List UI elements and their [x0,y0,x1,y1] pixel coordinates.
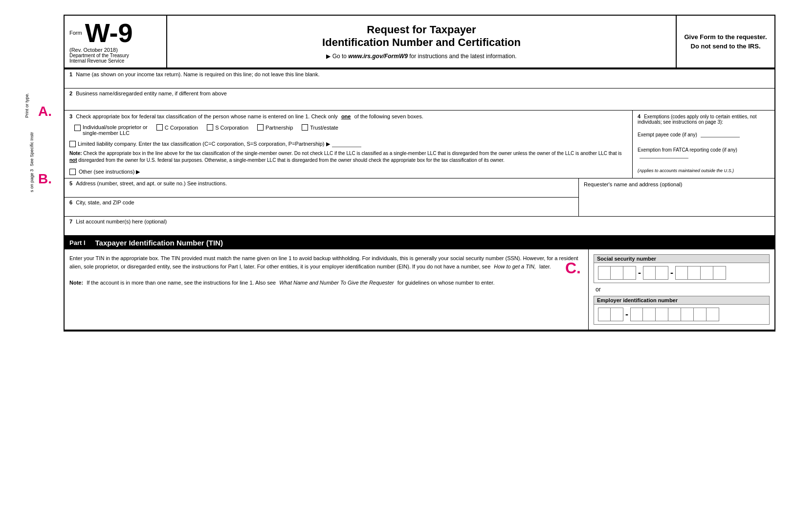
checkbox-label-ccorp: C Corporation [165,125,198,131]
part-i-right: C. Social security number [589,249,774,330]
part-i-note-text: If the account is in more than one name,… [87,280,276,286]
ssn-label-text: Social security number [597,256,656,262]
rotated-print-type: Print or type. [24,93,29,118]
other-row: Other (see instructions) ▶ [69,169,627,175]
line-5: 5 Address (number, street, and apt. or s… [65,178,578,198]
other-label: Other (see instructions) ▶ [79,169,140,175]
header-right: Give Form to the requester. Do not send … [677,16,774,67]
ssn-box-2[interactable] [611,266,623,280]
line7-label: 7 [69,219,72,224]
ssn-box-1[interactable] [598,266,611,280]
ssn-box-8[interactable] [701,266,713,280]
line7-text: List account number(s) here (optional) [76,219,167,224]
line-3-area: 3 Check appropriate box for federal tax … [65,111,774,178]
ein-label-text: Employer identification number [597,297,678,303]
ssn-box-3[interactable] [623,266,636,280]
line-3-left: 3 Check appropriate box for federal tax … [65,111,633,178]
address-lines: 5 Address (number, street, and apt. or s… [65,178,579,216]
ssn-group2 [643,266,668,280]
ein-box-3[interactable] [630,308,643,321]
ein-box-6[interactable] [668,308,681,321]
ein-box-4[interactable] [643,308,656,321]
checkbox-trust: Trust/estate [302,124,338,131]
rotated-see-specific: See Specific Instr [29,132,34,166]
line3-text: Check appropriate box for federal tax cl… [76,113,338,119]
checkbox-box-partner[interactable] [257,124,264,131]
main-form: 1 Name (as shown on your income tax retu… [64,68,775,332]
line2-label: 2 [69,90,72,96]
checkbox-box-indiv[interactable] [74,125,81,131]
ssn-box-7[interactable] [688,266,701,280]
checkbox-label-indiv: Individual/sole proprietor or single-mem… [83,124,148,136]
rev-date: (Rev. October 2018) [69,47,161,53]
header-center: Request for Taxpayer Identification Numb… [167,16,677,67]
checkbox-box-llc[interactable] [69,141,76,147]
ssn-box-6[interactable] [675,266,688,280]
line3b-input[interactable] [332,141,361,147]
header-title-line2: Identification Number and Certification [322,36,521,49]
line3-note: Note: Check the appropriate box in the l… [69,150,627,164]
part-i-header: Part I Taxpayer Identification Number (T… [65,236,774,249]
line6-label: 6 [69,200,72,205]
checkbox-scorp: S Corporation [207,124,248,131]
requester-box: Requester's name and address (optional) [579,178,774,216]
line3b-text: Limited liability company. Enter the tax… [78,141,330,147]
header: Form W-9 (Rev. October 2018) Department … [64,15,775,68]
line1-text: Name (as shown on your income tax return… [76,71,319,77]
page: Form W-9 (Rev. October 2018) Department … [0,0,795,532]
ein-dash-1: - [623,310,630,320]
goto-line: ▶ Go to www.irs.gov/FormW9 for instructi… [326,53,516,60]
rotated-on-page: s on page 3 [29,169,34,192]
goto-url: www.irs.gov/FormW9 [348,53,408,60]
part-i-body-text2: later. [539,264,551,269]
checkbox-box-other[interactable] [69,169,76,175]
part-i-note-bold: Note: [69,280,83,286]
line-1: 1 Name (as shown on your income tax retu… [65,69,774,89]
ein-label-bar: Employer identification number [594,296,770,304]
checkbox-label-partner: Partnership [265,125,293,131]
ssn-boxes-container: - - [594,263,770,283]
line-2: 2 Business name/disregarded entity name,… [65,89,774,111]
line3-label: 3 [69,113,72,119]
ein-box-5[interactable] [656,308,668,321]
annotation-a: A. [38,104,52,119]
checkbox-box-ccorp[interactable] [156,124,163,131]
fatca-label: Exemption from FATCA reporting code (if … [638,147,737,153]
line5-text: Address (number, street, and apt. or sui… [76,180,227,186]
part-i-note-text2: for guidelines on whose number to enter. [398,280,495,286]
ein-box-2[interactable] [611,308,623,321]
note-not: not [69,157,77,163]
fatca-note: (Applies to accounts maintained outside … [638,168,734,173]
ein-group2 [630,308,719,321]
checkbox-box-trust[interactable] [302,124,308,131]
or-text: or [594,286,770,293]
line2-text: Business name/disregarded entity name, i… [76,90,227,96]
note-text1: Check the appropriate box in the line ab… [83,151,621,156]
ein-box-9[interactable] [707,308,719,321]
ein-box-7[interactable] [681,308,694,321]
annotation-b: B. [38,171,52,187]
ein-box-1[interactable] [598,308,611,321]
part-i-note-italic: What Name and Number To Give the Request… [279,280,394,286]
ssn-box-9[interactable] [713,266,726,280]
ssn-label-bar: Social security number [594,254,770,263]
part-i-body: Enter your TIN in the appropriate box. T… [65,249,774,330]
checkbox-box-scorp[interactable] [207,124,213,131]
irs: Internal Revenue Service [69,58,161,64]
ssn-dash-2: - [668,268,675,278]
line-7: 7 List account number(s) here (optional) [65,217,774,236]
exempt-payee-label: Exempt payee code (if any) [638,132,697,137]
ssn-group1 [598,266,636,280]
checkboxes-row: Individual/sole proprietor or single-mem… [74,124,627,136]
line3-one: one [341,113,351,119]
checkbox-label-scorp: S Corporation [215,125,248,131]
line6-text: City, state, and ZIP code [76,200,134,205]
line-6: 6 City, state, and ZIP code [65,198,578,216]
note-bold: Note: [69,151,82,156]
checkbox-partner: Partnership [257,124,293,131]
ssn-box-4[interactable] [643,266,656,280]
ssn-box-5[interactable] [656,266,668,280]
dept: Department of the Treasury [69,53,161,58]
ein-box-8[interactable] [694,308,707,321]
ein-boxes-container: - [594,304,770,325]
